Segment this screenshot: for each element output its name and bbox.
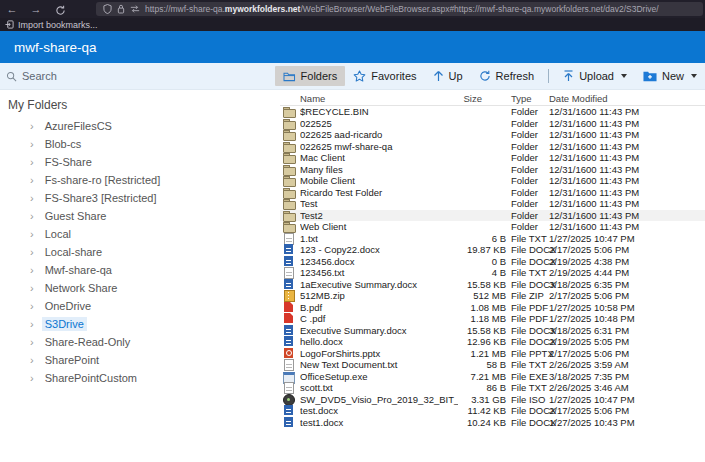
file-type: Folder — [506, 221, 547, 232]
refresh-button[interactable]: Refresh — [471, 66, 543, 86]
table-row[interactable]: Test2 Folder 12/31/1600 11:43 PM — [280, 210, 705, 222]
column-header-name[interactable]: Name — [300, 93, 458, 104]
chevron-right-icon[interactable]: › — [30, 337, 34, 348]
file-size: 19.87 KB — [458, 244, 506, 255]
import-bookmarks-button[interactable]: Import bookmarks... — [18, 20, 98, 30]
favorites-button[interactable]: Favorites — [345, 66, 424, 86]
file-name: 512MB.zip — [300, 290, 458, 301]
chevron-right-icon[interactable]: › — [30, 265, 34, 276]
chevron-right-icon[interactable]: › — [30, 211, 34, 222]
table-row[interactable]: New Text Document.txt 58 B File TXT 2/26… — [280, 359, 705, 371]
file-name: LogoForShirts.pptx — [300, 348, 458, 359]
new-button[interactable]: New — [635, 66, 705, 86]
column-header-date[interactable]: Date Modified — [547, 93, 705, 104]
file-date-modified: 12/31/1600 11:43 PM — [547, 118, 705, 129]
sidebar-folder-item[interactable]: › Blob-cs — [0, 135, 280, 153]
table-row[interactable]: OfficeSetup.exe 7.21 MB File EXE 3/18/20… — [280, 371, 705, 383]
url-path: /WebFileBrowser/WebFileBrowser.aspx#http… — [300, 4, 658, 14]
file-type-icon — [283, 129, 294, 140]
file-type-icon — [283, 210, 294, 221]
sidebar-folder-item[interactable]: › Share-Read-Only — [0, 333, 280, 351]
table-row[interactable]: 022625 aad-ricardo Folder 12/31/1600 11:… — [280, 129, 705, 141]
sidebar-folder-item[interactable]: › Network Share — [0, 279, 280, 297]
table-row[interactable]: Mobile Client Folder 12/31/1600 11:43 PM — [280, 175, 705, 187]
table-row[interactable]: $RECYCLE.BIN Folder 12/31/1600 11:43 PM — [280, 106, 705, 118]
chevron-right-icon[interactable]: › — [30, 283, 34, 294]
table-row[interactable]: Many files Folder 12/31/1600 11:43 PM — [280, 164, 705, 176]
sidebar-folder-item[interactable]: › OneDrive — [0, 297, 280, 315]
table-row[interactable]: scott.txt 86 B File TXT 2/26/2025 3:46 A… — [280, 382, 705, 394]
sidebar-folder-item[interactable]: › FS-Share — [0, 153, 280, 171]
table-row[interactable]: 022625 mwf-share-qa Folder 12/31/1600 11… — [280, 141, 705, 153]
shield-icon — [103, 4, 112, 14]
sidebar-folder-item[interactable]: › Fs-share-ro [Restricted] — [0, 171, 280, 189]
file-type-icon — [283, 371, 294, 382]
table-row[interactable]: test.docx 11.42 KB File DOCX 2/17/2025 5… — [280, 405, 705, 417]
table-row[interactable]: 512MB.zip 512 MB File ZIP 2/17/2025 5:06… — [280, 290, 705, 302]
chevron-right-icon[interactable]: › — [30, 373, 34, 384]
file-name: Many files — [300, 164, 458, 175]
table-row[interactable]: hello.docx 12.96 KB File DOCX 2/19/2025 … — [280, 336, 705, 348]
sidebar-folder-item[interactable]: › SharePointCustom — [0, 369, 280, 387]
table-row[interactable]: SW_DVD5_Visio_Pro_2019_32_BIT_X64_Englis… — [280, 394, 705, 406]
star-icon — [353, 70, 366, 82]
search-box[interactable]: Search — [0, 63, 275, 89]
chevron-right-icon[interactable]: › — [30, 175, 34, 186]
chevron-right-icon[interactable]: › — [30, 355, 34, 366]
table-row[interactable]: Ricardo Test Folder Folder 12/31/1600 11… — [280, 187, 705, 199]
sidebar-folder-item[interactable]: › S3Drive — [0, 315, 280, 333]
file-type: File EXE — [506, 371, 547, 382]
table-row[interactable]: 123456.docx 0 B File DOCX 2/19/2025 4:38… — [280, 256, 705, 268]
column-header-size[interactable]: Size — [458, 93, 506, 104]
toolbar: Search Folders Favorites Up — [0, 63, 705, 90]
file-type: Folder — [506, 152, 547, 163]
up-button[interactable]: Up — [425, 66, 471, 86]
swap-arrows-icon[interactable] — [130, 5, 140, 13]
table-row[interactable]: Mac Client Folder 12/31/1600 11:43 PM — [280, 152, 705, 164]
table-row[interactable]: test1.docx 10.24 KB File DOCX 1/27/2025 … — [280, 417, 705, 429]
chevron-right-icon[interactable]: › — [30, 247, 34, 258]
table-row[interactable]: 022525 Folder 12/31/1600 11:43 PM — [280, 118, 705, 130]
reload-button[interactable] — [48, 2, 72, 16]
sidebar-folder-item[interactable]: › SharePoint — [0, 351, 280, 369]
chevron-right-icon[interactable]: › — [30, 319, 34, 330]
table-row[interactable]: B.pdf 1.08 MB File PDF 1/27/2025 10:58 P… — [280, 302, 705, 314]
file-size: 15.58 KB — [458, 325, 506, 336]
sidebar-folder-item[interactable]: › FS-Share3 [Restricted] — [0, 189, 280, 207]
content: My Folders › AzureFilesCS › Blob-cs › FS… — [0, 90, 705, 462]
chevron-right-icon[interactable]: › — [30, 301, 34, 312]
table-row[interactable]: 1aExecutive Summary.docx 15.58 KB File D… — [280, 279, 705, 291]
upload-button[interactable]: Upload — [555, 66, 635, 86]
chevron-right-icon[interactable]: › — [30, 157, 34, 168]
sidebar-folder-item[interactable]: › Guest Share — [0, 207, 280, 225]
folders-icon — [283, 71, 296, 82]
file-size: 1.08 MB — [458, 302, 506, 313]
up-label: Up — [449, 70, 463, 82]
back-button[interactable]: ← — [0, 0, 24, 18]
file-name: 1aExecutive Summary.docx — [300, 279, 458, 290]
sidebar-folder-item[interactable]: › Mwf-share-qa — [0, 261, 280, 279]
sidebar-folder-item[interactable]: › AzureFilesCS — [0, 117, 280, 135]
table-row[interactable]: Executive Summary.docx 15.58 KB File DOC… — [280, 325, 705, 337]
file-type-icon — [283, 256, 294, 267]
chevron-right-icon[interactable]: › — [30, 121, 34, 132]
lock-icon[interactable] — [117, 4, 125, 14]
column-header-type[interactable]: Type — [506, 93, 547, 104]
file-type-icon — [283, 106, 294, 117]
table-row[interactable]: 1.txt 6 B File TXT 1/27/2025 10:47 PM — [280, 233, 705, 245]
table-row[interactable]: C .pdf 1.18 MB File PDF 1/27/2025 10:48 … — [280, 313, 705, 325]
folders-button[interactable]: Folders — [275, 66, 346, 86]
table-row[interactable]: 123456.txt 4 B File TXT 2/19/2025 4:44 P… — [280, 267, 705, 279]
table-row[interactable]: LogoForShirts.pptx 1.21 MB File PPTX 2/1… — [280, 348, 705, 360]
table-row[interactable]: Web Client Folder 12/31/1600 11:43 PM — [280, 221, 705, 233]
file-type: Folder — [506, 141, 547, 152]
sidebar-folder-item[interactable]: › Local-share — [0, 243, 280, 261]
table-row[interactable]: 123 - Copy22.docx 19.87 KB File DOCX 2/1… — [280, 244, 705, 256]
chevron-right-icon[interactable]: › — [30, 193, 34, 204]
url-bar[interactable]: https://mwf-share-qa.myworkfolders.net/W… — [96, 2, 703, 16]
sidebar-folder-item[interactable]: › Local — [0, 225, 280, 243]
chevron-right-icon[interactable]: › — [30, 139, 34, 150]
chevron-right-icon[interactable]: › — [30, 229, 34, 240]
table-row[interactable]: Test Folder 12/31/1600 11:43 PM — [280, 198, 705, 210]
forward-button[interactable]: → — [24, 0, 48, 18]
